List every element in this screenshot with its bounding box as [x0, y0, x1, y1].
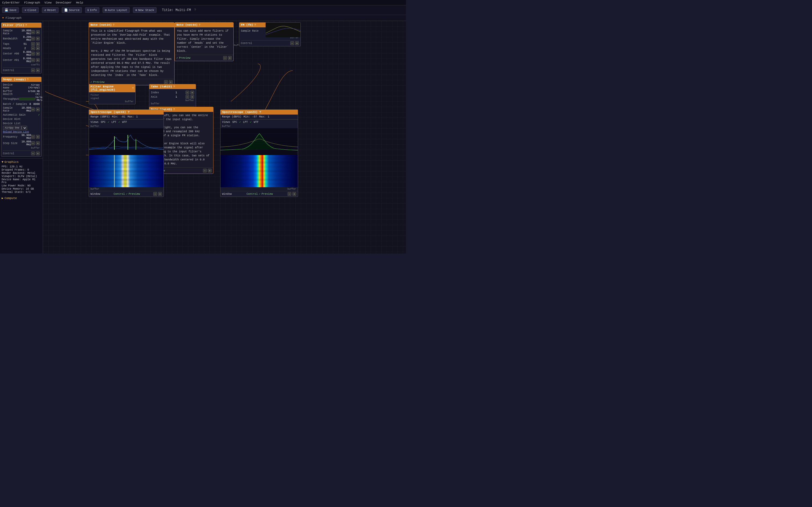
filter-c01-minus[interactable]: −	[31, 58, 35, 62]
graphics-chevron-icon: ▼	[2, 160, 3, 164]
spec33-footer-minus[interactable]: −	[153, 192, 157, 196]
soapy-help-icon[interactable]: ?	[27, 78, 29, 81]
soapy-device-select-wrapper: AirSpy One [260868c82a326	[3, 126, 40, 130]
filter-heads-plus[interactable]: +	[36, 46, 40, 50]
soapy-step-plus[interactable]: +	[36, 142, 40, 145]
note44-help-icon[interactable]: ?	[199, 23, 200, 26]
close-button[interactable]: ✕ Close	[22, 7, 39, 13]
take-index-minus[interactable]: −	[186, 91, 189, 95]
new-stack-button[interactable]: ⊕ New Stack	[133, 7, 157, 13]
info-icon: ℹ	[88, 8, 89, 12]
spec33-wtf: WTF	[122, 121, 127, 124]
filter-sr-minus[interactable]: −	[31, 30, 35, 34]
info-button[interactable]: ℹ Info	[85, 7, 99, 13]
soapy-freq-minus[interactable]: −	[31, 135, 35, 139]
soapy-freq-plus[interactable]: +	[36, 135, 40, 139]
note43-plus[interactable]: +	[208, 169, 212, 172]
reset-button[interactable]: ↺ Reset	[42, 7, 58, 13]
filter-bw-label: Bandwidth	[3, 37, 19, 40]
soapy-sr-plus[interactable]: +	[36, 108, 40, 111]
flowgraph-label: Flowgraph	[6, 16, 21, 19]
spec33-ctrl-preview[interactable]: Control ✓ Preview	[114, 192, 140, 195]
reset-icon: ↺	[44, 8, 46, 12]
graphics-fps-value: 120.1 Hz	[10, 165, 22, 168]
filter-sr-plus[interactable]: +	[36, 30, 40, 34]
soapy-sr-minus[interactable]: −	[31, 108, 35, 111]
graphics-lowpower-label: Low Power Mode:	[2, 184, 26, 187]
soapy-control-row: Control −+	[3, 151, 40, 155]
menu-flowgraph[interactable]: Flowgraph	[24, 1, 40, 4]
note34-minus[interactable]: −	[164, 80, 168, 84]
soapy-ctrl-plus[interactable]: +	[36, 152, 40, 155]
svg-rect-0	[265, 22, 300, 37]
spec33-footer-plus[interactable]: +	[158, 192, 162, 196]
filter-bw-plus[interactable]: +	[36, 37, 40, 41]
soapy-throughput-row: Throughput 76/76 MB/s	[3, 96, 40, 102]
note34-preview[interactable]: ✓ Preview	[91, 80, 104, 84]
menu-developer[interactable]: Developer	[56, 1, 72, 4]
soapy-agc-row: Automatic Gain ✓	[3, 113, 40, 117]
soapy-buffer-health-row: Buffer Health 0/500 MB (0)	[3, 90, 40, 96]
filter-c00-minus[interactable]: −	[31, 52, 35, 56]
note34-help-icon[interactable]: ?	[113, 23, 114, 26]
graphics-header[interactable]: ▼ Graphics	[2, 160, 41, 164]
spec33-wtf-check: ✓	[118, 120, 120, 124]
fm-ctrl-plus[interactable]: +	[295, 41, 299, 45]
spec23-footer-minus[interactable]: −	[288, 192, 291, 196]
take-axis-minus[interactable]: −	[186, 95, 189, 99]
filter-help-icon[interactable]: ?	[25, 24, 27, 27]
take-axis-plus[interactable]: +	[190, 95, 194, 99]
filter-c00-value: 0.000 MHz	[19, 51, 31, 57]
filter-heads-minus[interactable]: −	[31, 46, 35, 50]
take-help-icon[interactable]: ?	[173, 85, 175, 88]
soapy-tp-value: 76/76 MB/s	[35, 96, 42, 102]
source-icon: 📄	[64, 8, 68, 12]
filter-taps-minus[interactable]: −	[31, 42, 35, 46]
menu-help[interactable]: Help	[76, 1, 83, 4]
stack-icon: ⊕	[135, 8, 137, 12]
graphics-devmem-label: Device Memory:	[2, 187, 24, 190]
filter-ctrl-plus[interactable]: +	[36, 68, 40, 72]
note44-preview[interactable]: ✓ Preview	[176, 56, 190, 60]
spec23-ctrl-preview[interactable]: Control ✓ Preview	[247, 192, 273, 195]
soapy-device-select[interactable]: AirSpy One [260868c82a326	[3, 126, 27, 130]
soapy-ctrl-minus[interactable]: −	[31, 152, 35, 155]
soapy-reload-btn[interactable]: Reload Device List	[3, 131, 40, 133]
note43-help-icon[interactable]: ?	[173, 108, 175, 111]
auto-layout-button[interactable]: ⊞ Auto Layout	[103, 7, 130, 13]
compute-header[interactable]: ▶ Compute	[2, 196, 41, 200]
spec23-min-value: -57	[252, 115, 257, 118]
source-button[interactable]: 📄 Source	[62, 7, 82, 13]
filter-engine-help-icon[interactable]: ?	[132, 87, 134, 90]
filter-taps-plus[interactable]: +	[36, 42, 40, 46]
spec33-help-icon[interactable]: ?	[128, 111, 130, 114]
spec33-range-label: Range (dBFS)	[91, 115, 110, 118]
take-axis-value: 1	[175, 96, 177, 99]
spec23-footer-plus[interactable]: +	[292, 192, 296, 196]
spec23-help-icon[interactable]: ?	[259, 111, 261, 114]
note44-minus[interactable]: −	[223, 56, 227, 60]
fm-help-icon[interactable]: ?	[254, 23, 256, 26]
spec23-wtf-check: ✓	[250, 120, 252, 124]
spec23-footer: Window Control ✓ Preview − +	[220, 191, 298, 196]
note43-minus[interactable]: −	[203, 169, 207, 172]
filter-c00-plus[interactable]: +	[36, 52, 40, 56]
svg-rect-31	[220, 155, 298, 157]
note34-plus[interactable]: +	[169, 80, 173, 84]
svg-rect-37	[220, 168, 298, 170]
menu-cyberether[interactable]: CyberEther	[2, 1, 20, 4]
filter-ctrl-minus[interactable]: −	[31, 68, 35, 72]
filter-c01-plus[interactable]: +	[36, 58, 40, 62]
soapy-step-minus[interactable]: −	[31, 142, 35, 145]
take-index-plus[interactable]: +	[190, 91, 194, 95]
filter-c01-label: Center #01	[3, 59, 19, 62]
flowgraph-title: Title: Multi-FM	[162, 8, 191, 12]
filter-bw-minus[interactable]: −	[31, 37, 35, 41]
fm-ctrl-minus[interactable]: −	[290, 41, 294, 45]
save-button[interactable]: 💾 Save	[2, 7, 19, 13]
note44-plus[interactable]: +	[228, 56, 232, 60]
menu-view[interactable]: View	[44, 1, 51, 4]
title-help-icon[interactable]: ?	[194, 8, 196, 12]
filter-control-row: Control −+	[3, 67, 40, 72]
spec23-buffer-top: buffer	[220, 124, 298, 128]
